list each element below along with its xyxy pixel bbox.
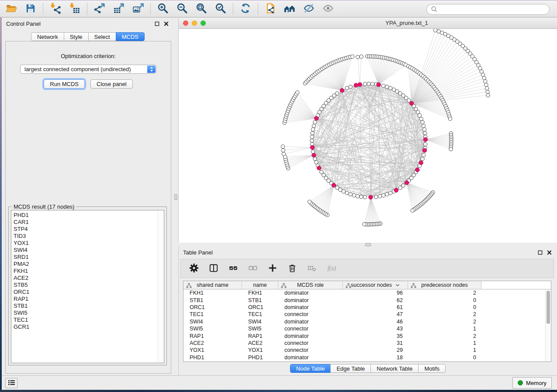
cell-shared-name[interactable]: FKH1 — [183, 290, 242, 296]
mcds-hub-node[interactable] — [377, 83, 381, 86]
network-node[interactable] — [370, 82, 374, 86]
export-table-button[interactable] — [111, 2, 126, 16]
table-row[interactable]: RAP1RAP1dominator352 — [183, 332, 545, 339]
cell-predecessor-nodes[interactable]: 2 — [408, 311, 481, 317]
network-leaf-node[interactable] — [437, 30, 440, 33]
zoom-fit-button[interactable] — [194, 2, 209, 16]
mcds-hub-node[interactable] — [409, 101, 413, 105]
table-panel-close-button[interactable] — [547, 250, 552, 255]
column-header-name[interactable]: name — [242, 281, 278, 289]
network-node[interactable] — [339, 188, 342, 192]
cell-shared-name[interactable]: YOX1 — [183, 347, 242, 353]
network-leaf-node[interactable] — [449, 148, 453, 151]
cell-predecessor-nodes[interactable]: 1 — [408, 326, 481, 332]
deselect-all-columns-button[interactable] — [248, 263, 258, 274]
cell-mcds-role[interactable]: connector — [278, 347, 343, 353]
export-network-button[interactable] — [92, 2, 107, 16]
cell-name[interactable]: ORC1 — [242, 304, 278, 310]
mcds-hub-node[interactable] — [422, 148, 426, 152]
network-leaf-node[interactable] — [485, 86, 489, 90]
mcds-result-item[interactable]: SWI5 — [14, 309, 164, 316]
cell-successor-nodes[interactable]: 35 — [343, 333, 408, 339]
network-node[interactable] — [311, 128, 315, 131]
network-node[interactable] — [421, 120, 424, 124]
network-leaf-node[interactable] — [281, 145, 284, 148]
network-node[interactable] — [360, 195, 363, 199]
network-leaf-node[interactable] — [482, 76, 486, 80]
mcds-hub-node[interactable] — [423, 138, 427, 141]
cell-predecessor-nodes[interactable]: 0 — [408, 304, 481, 310]
cell-name[interactable]: STB1 — [242, 297, 278, 303]
cell-shared-name[interactable]: PHD1 — [183, 354, 242, 361]
network-node[interactable] — [367, 82, 370, 86]
cell-shared-name[interactable]: RAP1 — [183, 333, 242, 339]
network-node[interactable] — [310, 135, 314, 138]
cell-mcds-role[interactable]: dominator — [278, 333, 343, 339]
cell-shared-name[interactable]: ORC1 — [183, 304, 242, 310]
network-node[interactable] — [349, 85, 352, 89]
cell-predecessor-nodes[interactable]: 1 — [408, 347, 481, 353]
column-header-successor-nodes[interactable]: successor nodes — [343, 281, 408, 289]
save-session-button[interactable] — [23, 2, 38, 16]
search-input[interactable] — [439, 5, 549, 14]
mcds-result-list[interactable]: PHD1CAR1STP4TID3YOX1SWI4SRD1PMA2FKH1ACE2… — [11, 210, 164, 363]
network-canvas[interactable] — [179, 29, 557, 243]
mcds-result-item[interactable]: PMA2 — [14, 261, 164, 268]
run-mcds-button[interactable]: Run MCDS — [44, 79, 85, 89]
network-node[interactable] — [422, 128, 426, 131]
task-history-button[interactable] — [5, 378, 17, 388]
toggle-column-pane-button[interactable] — [208, 263, 219, 274]
zoom-out-button[interactable] — [175, 2, 190, 16]
network-node[interactable] — [389, 191, 392, 195]
network-leaf-node[interactable] — [484, 79, 487, 83]
network-node[interactable] — [421, 157, 424, 161]
network-node[interactable] — [310, 139, 314, 142]
network-node[interactable] — [311, 131, 314, 135]
mcds-result-item[interactable]: YOX1 — [14, 240, 164, 247]
memory-button[interactable]: Memory — [512, 377, 552, 389]
sort-chevron-icon[interactable] — [394, 282, 400, 288]
cell-predecessor-nodes[interactable]: 2 — [408, 319, 481, 325]
tab-mcds[interactable]: MCDS — [116, 32, 145, 41]
network-node[interactable] — [315, 161, 318, 164]
vertical-splitter[interactable] — [174, 18, 178, 375]
network-leaf-node[interactable] — [356, 55, 360, 59]
mcds-hub-node[interactable] — [394, 188, 398, 192]
network-node[interactable] — [424, 142, 427, 146]
import-table-button[interactable] — [67, 2, 82, 16]
mcds-list-scrollbar[interactable] — [158, 211, 163, 362]
cell-successor-nodes[interactable]: 61 — [343, 304, 408, 310]
cell-successor-nodes[interactable]: 47 — [343, 311, 408, 317]
mcds-result-item[interactable]: RAP1 — [14, 296, 164, 303]
cell-mcds-role[interactable]: dominator — [278, 304, 343, 310]
network-from-file-button[interactable] — [263, 2, 278, 16]
cell-predecessor-nodes[interactable]: 1 — [408, 340, 481, 346]
cell-shared-name[interactable]: STB1 — [183, 297, 242, 303]
network-node[interactable] — [342, 190, 345, 193]
horizontal-splitter-handle[interactable] — [365, 243, 371, 246]
network-node[interactable] — [336, 186, 339, 189]
mcds-result-item[interactable]: PHD1 — [14, 212, 164, 219]
table-row[interactable]: ORC1ORC1dominator610 — [183, 304, 545, 311]
mcds-hub-node[interactable] — [317, 166, 321, 170]
cell-successor-nodes[interactable]: 62 — [343, 297, 408, 303]
cell-successor-nodes[interactable]: 46 — [343, 319, 408, 325]
create-column-button[interactable] — [267, 263, 278, 274]
zoom-selected-button[interactable] — [213, 2, 228, 16]
network-leaf-node[interactable] — [281, 148, 285, 152]
close-panel-button[interactable]: Close panel — [90, 79, 133, 89]
network-node[interactable] — [313, 120, 317, 124]
select-all-columns-button[interactable] — [228, 263, 239, 274]
optimization-criterion-select[interactable]: largest connected component (undirected) — [20, 65, 156, 74]
network-node[interactable] — [349, 193, 352, 196]
network-node[interactable] — [395, 89, 399, 93]
control-panel-close-button[interactable] — [163, 21, 169, 26]
network-node[interactable] — [418, 113, 422, 117]
mcds-result-item[interactable]: STB5 — [14, 282, 164, 289]
network-leaf-node[interactable] — [486, 90, 489, 93]
mcds-hub-node[interactable] — [315, 117, 318, 120]
mcds-hub-node[interactable] — [332, 183, 336, 187]
mcds-hub-node[interactable] — [312, 153, 316, 157]
network-view-svg[interactable] — [179, 29, 557, 243]
window-zoom-traffic-light[interactable] — [201, 21, 206, 26]
